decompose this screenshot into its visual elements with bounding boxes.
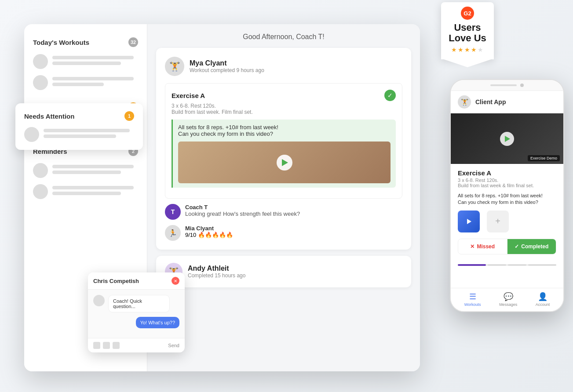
phone-video-label: Exercise Demo [528,155,560,161]
g2-badge: G2 Users Love Us ★★★★★ [441,2,494,59]
mya-avatar: 🏋️ [165,57,184,76]
na-header: Needs Attention 1 [24,111,134,121]
todays-workouts-badge: 32 [128,37,138,47]
chat-bubble-received: Coach! Quick question... [108,295,170,312]
reminder-detail-2 [52,192,121,195]
play-button[interactable] [277,155,292,171]
progress-seg-3 [508,264,526,266]
messages-nav-icon: 💬 [504,292,513,301]
exercise-detail: 3 x 6-8. Rest 120s. Build from last week… [172,103,396,115]
phone-thumbs-row: + [458,211,556,232]
todays-workouts-title: Today's Workouts [33,39,89,46]
dashboard-screen: Today's Workouts 32 Needs At [24,24,420,371]
chat-footer: Send [88,338,185,352]
small-play-icon [467,219,471,224]
chat-icon-2[interactable] [103,342,110,349]
g2-logo: G2 [461,7,474,20]
play-triangle-icon [282,159,288,166]
mya-client-header: 🏋️ Mya Clyant Workout completed 9 hours … [165,57,402,76]
chat-message-received: Coach! Quick question... [93,295,179,312]
phone-video-area[interactable]: Exercise Demo [451,113,563,164]
andy-info: Andy Athleit Completed 15 hours ago [188,265,245,279]
phone-missed-button[interactable]: ✕ Missed [458,239,507,254]
missed-x-icon: ✕ [470,243,474,250]
greeting-text: Good Afternoon, Coach T! [156,33,411,41]
video-thumbnail[interactable] [178,142,391,183]
phone-content: Exercise A 3 x 6-8. Rest 120s. Build fro… [451,164,563,260]
chat-header: Chris Competish ✕ [88,272,185,290]
coach-avatar: T [165,204,181,220]
phone-progress-bar [458,264,556,266]
andy-workout-card: 🏋 Andy Athleit Completed 15 hours ago [156,256,411,287]
phone-notch [490,84,517,86]
chat-message-sent: Yo! What's up?? [93,317,179,328]
sidebar-client-item-2[interactable] [33,75,138,90]
phone-app-header: 🏋️ Client App [451,91,563,113]
client-text-2 [52,77,138,88]
na-client-avatar [24,127,39,142]
mya-workout-card: 🏋️ Mya Clyant Workout completed 9 hours … [156,48,411,250]
na-client-text [44,129,134,140]
phone-exercise-name: Exercise A [458,169,556,177]
coach-response: T Coach T Looking great! How's strength … [165,204,402,220]
exercise-header: Exercise A ✓ [172,90,396,101]
mya-status: Workout completed 9 hours ago [190,67,264,73]
g2-stars: ★★★★★ [447,46,488,53]
chat-sender-avatar [93,295,105,306]
workouts-nav-icon: ☰ [469,292,476,301]
client-detail-line [52,62,121,65]
reminder-avatar-1 [33,163,48,178]
progress-seg-2 [488,264,506,266]
na-panel-title: Needs Attention [24,113,74,120]
chat-body: Coach! Quick question... Yo! What's up?? [88,290,185,338]
client-name-line-2 [52,77,134,80]
chat-user-name: Chris Competish [93,278,139,284]
reminder-item-1[interactable] [33,163,138,178]
chat-send-button[interactable]: Send [168,343,179,348]
na-item[interactable] [24,127,134,142]
chat-bubble-sent: Yo! What's up?? [136,317,179,328]
phone-nav-messages[interactable]: 💬 Messages [499,292,517,307]
client-avatar [33,54,48,69]
messages-nav-label: Messages [499,302,517,307]
phone-play-button[interactable] [500,132,514,146]
phone-nav-workouts[interactable]: ☰ Workouts [464,292,481,307]
phone-video-thumb[interactable] [458,211,480,232]
andy-client-header: 🏋 Andy Athleit Completed 15 hours ago [165,263,402,280]
phone-bottom-nav: ☰ Workouts 💬 Messages 👤 Account [451,288,563,311]
todays-workouts-header: Today's Workouts 32 [33,37,138,47]
phone-nav-account[interactable]: 👤 Account [536,292,550,307]
exercise-name: Exercise A [172,92,205,99]
na-detail-line [44,134,116,138]
andy-status: Completed 15 hours ago [188,272,245,279]
client-feedback: 🏃 Mia Clyant 9/10 🔥🔥🔥🔥🔥 [165,225,402,241]
phone-actions: ✕ Missed ✓ Completed [458,239,556,254]
chat-icon-1[interactable] [93,342,100,349]
chat-icons [93,342,120,349]
client-avatar-2 [33,75,48,90]
reminder-name-2 [52,186,134,189]
chat-close-button[interactable]: ✕ [172,277,179,285]
phone-add-thumb[interactable]: + [487,211,509,232]
phone-completed-button[interactable]: ✓ Completed [507,239,556,254]
andy-name: Andy Athleit [188,265,245,272]
account-nav-icon: 👤 [538,292,547,301]
reminder-text-1 [52,165,138,176]
todays-workouts-section: Today's Workouts 32 [33,37,138,90]
phone-app-title: Client App [475,98,506,105]
chat-popup: Chris Competish ✕ Coach! Quick question.… [88,272,185,352]
check-icon: ✓ [384,90,396,101]
progress-seg-1 [458,264,486,266]
phone-exercise-detail: 3 x 6-8. Rest 120s. Build from last week… [458,178,556,188]
phone-top-bar [451,80,563,91]
client-detail-line-2 [52,83,104,86]
needs-attention-panel: Needs Attention 1 [15,103,143,150]
phone-container: 🏋️ Client App Exercise Demo Exercise A 3… [450,79,564,312]
client-text [52,56,138,67]
mya-name: Mya Clyant [190,59,264,67]
client-name-line [52,56,134,59]
reminder-item-2[interactable] [33,184,138,199]
chat-icon-3[interactable] [113,342,120,349]
g2-title: Users Love Us [447,22,488,44]
sidebar-client-item[interactable] [33,54,138,69]
